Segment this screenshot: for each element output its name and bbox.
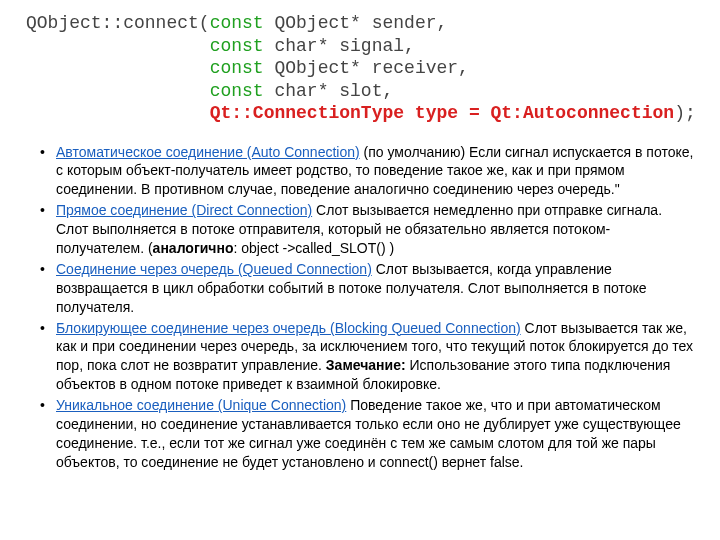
link-blocking-queued-connection[interactable]: Блокирующее соединение через очередь (Bl… [56, 320, 521, 336]
indent1 [26, 36, 210, 56]
item-text: : object ->called_SLOT() ) [233, 240, 394, 256]
connection-types-list: Автоматическое соединение (Auto Connecti… [26, 143, 694, 472]
list-item: Автоматическое соединение (Auto Connecti… [52, 143, 694, 200]
code-l3: char* slot, [264, 81, 394, 101]
indent4 [26, 103, 210, 123]
link-queued-connection[interactable]: Соединение через очередь (Queued Connect… [56, 261, 372, 277]
kw-const: const [210, 58, 264, 78]
code-l1: char* signal, [264, 36, 415, 56]
item-bold: Замечание: [326, 357, 406, 373]
indent2 [26, 58, 210, 78]
link-direct-connection[interactable]: Прямое соединение (Direct Connection) [56, 202, 312, 218]
list-item: Прямое соединение (Direct Connection) Сл… [52, 201, 694, 258]
kw-const: const [210, 13, 264, 33]
code-block: QObject::connect(const QObject* sender, … [26, 12, 694, 125]
link-unique-connection[interactable]: Уникальное соединение (Unique Connection… [56, 397, 346, 413]
code-red: Qt::ConnectionType type = Qt:Autoconnect… [210, 103, 674, 123]
code-l0: QObject* sender, [264, 13, 448, 33]
code-l2: QObject* receiver, [264, 58, 469, 78]
indent3 [26, 81, 210, 101]
link-auto-connection[interactable]: Автоматическое соединение (Auto Connecti… [56, 144, 360, 160]
kw-const: const [210, 81, 264, 101]
slide: QObject::connect(const QObject* sender, … [0, 0, 720, 486]
item-bold: аналогично [153, 240, 234, 256]
code-tail: ); [674, 103, 696, 123]
list-item: Уникальное соединение (Unique Connection… [52, 396, 694, 472]
list-item: Блокирующее соединение через очередь (Bl… [52, 319, 694, 395]
list-item: Соединение через очередь (Queued Connect… [52, 260, 694, 317]
kw-const: const [210, 36, 264, 56]
code-prefix: QObject::connect( [26, 13, 210, 33]
